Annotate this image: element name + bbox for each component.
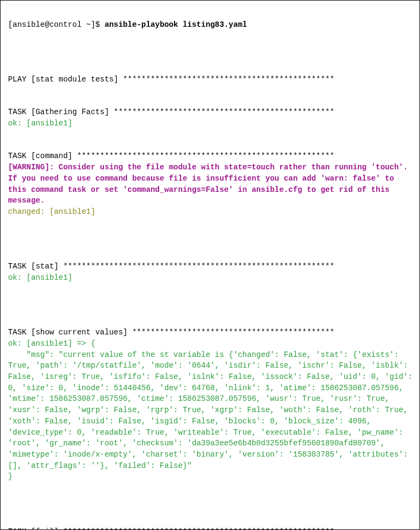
changed-line: changed: [ansible1] — [8, 207, 95, 216]
task-gathering-facts: TASK [Gathering Facts] *****************… — [8, 108, 334, 116]
terminal-window: [ansible@control ~]$ ansible-playbook li… — [0, 0, 420, 530]
typed-command: ansible-playbook listing83.yaml — [104, 20, 247, 29]
prompt: [ansible@control ~]$ — [8, 20, 104, 29]
ok-line: ok: [ansible1] — [8, 119, 72, 128]
task-command: TASK [command] *************************… — [8, 152, 334, 160]
msg-body: "msg": "current value of the st variable… — [8, 350, 417, 470]
task-stat: TASK [stat] ****************************… — [8, 262, 334, 271]
ok-line-stat: ok: [ansible1] — [8, 273, 72, 282]
ok-arrow: ok: [ansible1] => { — [8, 339, 95, 348]
close-brace: } — [8, 472, 13, 481]
warning-block: [WARNING]: Consider using the file modul… — [8, 163, 412, 205]
task-show-values: TASK [show current values] *************… — [8, 328, 334, 337]
task-fail: TASK [fail] ****************************… — [8, 527, 334, 530]
play-header: PLAY [stat module tests] ***************… — [8, 75, 334, 84]
